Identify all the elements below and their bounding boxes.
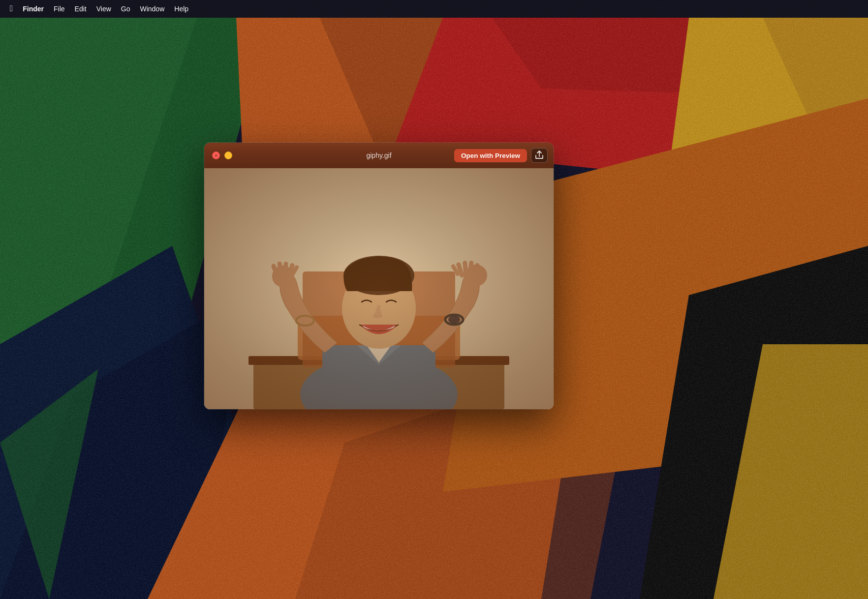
apple-menu[interactable]:  [6, 3, 17, 15]
quicklook-window: ✕ giphy.gif Open with Preview [204, 143, 554, 409]
edit-menu[interactable]: Edit [71, 4, 91, 14]
share-button[interactable] [531, 148, 548, 163]
file-menu[interactable]: File [50, 4, 69, 14]
window-controls: ✕ [212, 151, 232, 159]
go-menu[interactable]: Go [117, 4, 134, 14]
gif-preview-image:  [204, 168, 554, 409]
titlebar-actions: Open with Preview [454, 148, 548, 163]
finder-menu[interactable]: Finder [19, 4, 48, 14]
help-menu[interactable]: Help [170, 4, 192, 14]
close-icon: ✕ [214, 153, 218, 158]
window-menu[interactable]: Window [136, 4, 168, 14]
share-icon [535, 150, 543, 161]
close-button[interactable]: ✕ [212, 151, 220, 159]
svg-rect-50 [204, 168, 554, 409]
menu-bar:  Finder File Edit View Go Window Help [0, 0, 868, 18]
quicklook-content:  [204, 168, 554, 409]
filename-label: giphy.gif [366, 151, 391, 159]
quicklook-titlebar: ✕ giphy.gif Open with Preview [204, 143, 554, 168]
minimize-button[interactable] [224, 151, 232, 159]
open-with-preview-button[interactable]: Open with Preview [454, 149, 527, 162]
view-menu[interactable]: View [93, 4, 115, 14]
